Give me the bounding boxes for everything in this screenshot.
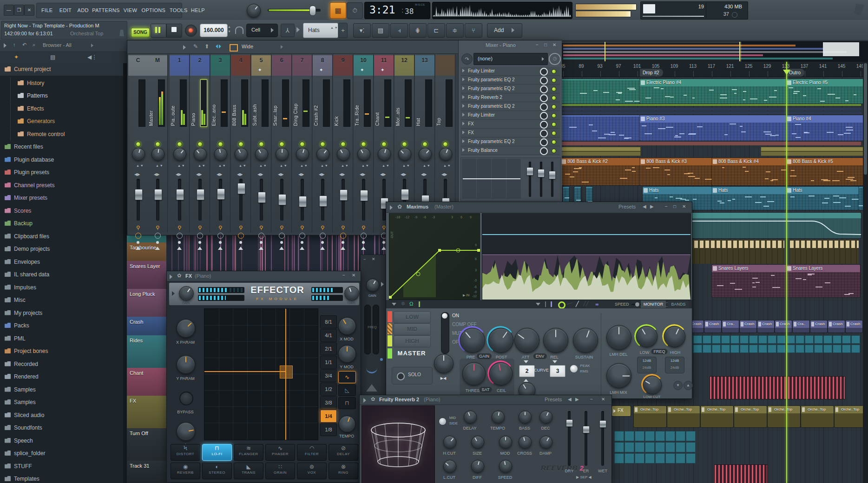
reverb-wet-handle[interactable]	[599, 420, 606, 428]
rec-dot-icon[interactable]	[198, 241, 201, 244]
speaker-icon[interactable]: ◀⋮	[87, 54, 97, 60]
tempo-stepper[interactable]: ▲ ▼	[228, 25, 231, 35]
sidebar-item-clipboard-files[interactable]: Clipboard files	[0, 230, 123, 243]
fx-slot-4[interactable]: Fruity parametric EQ 2	[460, 102, 560, 111]
fx-mode-vox[interactable]: ⊚VOX	[297, 463, 327, 479]
x-param-knob[interactable]	[177, 319, 195, 338]
rec-dot-icon[interactable]	[219, 241, 222, 244]
overview-selection[interactable]	[561, 42, 741, 62]
preset-next-icon[interactable]: ▶	[575, 397, 579, 402]
clip-808-bass-kick[interactable]: 808 Bass & Kick #3	[640, 158, 712, 185]
strip-enable-led[interactable]	[279, 142, 284, 147]
diff-knob[interactable]	[471, 460, 484, 473]
sidebar-item-scores[interactable]: Scores	[0, 205, 123, 217]
snowflake-icon[interactable]: ❆	[401, 301, 405, 306]
strip-fader-handle[interactable]	[360, 190, 368, 201]
sustain-knob[interactable]	[573, 328, 598, 353]
drywet-knob[interactable]	[177, 422, 195, 441]
ratio-option-3-4[interactable]: 3/4	[320, 369, 337, 382]
timeline-marker-drop[interactable]: Drop #2	[640, 69, 663, 77]
menu-item-edit[interactable]: EDIT	[59, 3, 72, 18]
headphones-icon[interactable]: Ω	[409, 301, 413, 307]
tool-picker[interactable]: Hats▲ ▼	[303, 23, 338, 38]
clip-808-bass-kick[interactable]: 808 Bass & Kick #2	[561, 158, 640, 185]
reverb-dry-handle[interactable]	[566, 419, 573, 427]
chevron-right-icon[interactable]	[390, 205, 393, 210]
menu-item-help[interactable]: HELP	[191, 3, 205, 18]
sidebar-item-generators[interactable]: Generators	[0, 115, 123, 128]
scroll-down-button[interactable]: ▼	[673, 381, 683, 390]
dec-knob[interactable]	[539, 411, 552, 424]
fx-slot-mix-knob[interactable]	[540, 130, 548, 137]
fx-send-icon[interactable]: ⚲	[279, 224, 284, 231]
mixer-strip-elec-ano[interactable]: 3Elec..ano▲ ▼◀▶⚲	[210, 54, 230, 233]
mixer-strip-piano[interactable]: 2Piano▲ ▼◀▶⚲	[190, 54, 210, 233]
track-header-track-31[interactable]: Track 31	[127, 461, 166, 483]
mixer-strip-808-bass[interactable]: 4808 Bass▲ ▼◀▶⚲	[231, 54, 251, 233]
menu-item-tools[interactable]: TOOLS	[170, 3, 188, 18]
xover-low-knob[interactable]	[636, 326, 658, 347]
fx-send-icon[interactable]: ⚲	[258, 224, 264, 231]
chevron-right-icon[interactable]	[91, 44, 93, 47]
menu-item-view[interactable]: VIEW	[124, 3, 137, 18]
band-tab-high[interactable]: HIGH	[394, 335, 431, 347]
fx-slot-0[interactable]: Fruity Limiter	[460, 67, 560, 76]
strip-enable-led[interactable]	[218, 142, 223, 147]
xover-high-knob[interactable]	[664, 326, 685, 347]
fx-slot-mix-knob[interactable]	[540, 77, 548, 85]
clip-fx-badge[interactable]: FX	[612, 406, 631, 416]
chevron-right-icon[interactable]	[172, 291, 175, 296]
clip-crash[interactable]: Crash	[775, 320, 792, 333]
sidebar-item-mixer-presets[interactable]: Mixer presets	[0, 192, 123, 204]
file-icon[interactable]: ▤	[50, 54, 55, 60]
fx-slot-enable-led[interactable]	[552, 140, 556, 144]
menu-item-file[interactable]: FILE	[41, 3, 53, 18]
fx-send-icon[interactable]: ⚲	[217, 224, 223, 231]
chevron-right-icon[interactable]	[170, 274, 172, 279]
track-header-snares-layer[interactable]: Snares Layer	[127, 261, 166, 289]
updown-arrows-icon[interactable]: ▲ ▼	[362, 164, 369, 167]
track-header-turn-off[interactable]: Turn Off	[127, 428, 166, 461]
leftright-arrows-icon[interactable]: ◀▶	[134, 172, 140, 176]
strip-pan-knob[interactable]	[151, 148, 164, 161]
ratio-option-1-1[interactable]: 1/1	[320, 356, 337, 369]
playlist-scroll-thumb[interactable]	[864, 63, 867, 175]
strip-enable-led[interactable]	[300, 142, 305, 147]
track-header-chant[interactable]: Chant	[127, 368, 166, 396]
strip-enable-led[interactable]	[136, 142, 141, 147]
reverb-er-slider[interactable]	[585, 411, 587, 466]
updown-arrows-icon[interactable]: ▲ ▼	[402, 164, 410, 167]
reeverb-titlebar[interactable]: ✿Fruity Reeverb 2(Piano)Presets◀▶−✕	[360, 395, 612, 405]
bar-icon[interactable]	[419, 301, 420, 307]
picker-chevron-icon[interactable]	[296, 27, 300, 33]
picker-add-button[interactable]: +	[338, 23, 348, 38]
fx-slot-mix-knob[interactable]	[540, 121, 548, 129]
ceil-knob[interactable]	[489, 362, 513, 385]
track-header-rides[interactable]: Rides	[127, 335, 166, 368]
post-knob[interactable]	[488, 328, 513, 353]
updown-arrows-icon[interactable]: ▲ ▼	[280, 164, 287, 167]
saw-wave-button[interactable]: ◺	[338, 384, 356, 396]
window-maximize-button[interactable]: □	[673, 204, 676, 209]
strip-pan-knob[interactable]	[194, 148, 207, 161]
fx-slot-7[interactable]: FX	[460, 129, 560, 137]
strip-pan-knob[interactable]	[337, 148, 350, 161]
clip-piano[interactable]: Piano #3	[640, 115, 786, 141]
fx-slot-mix-knob[interactable]	[540, 112, 548, 120]
clip-piano[interactable]: Piano #4	[786, 115, 863, 141]
window-close-button[interactable]: ✕	[372, 257, 375, 261]
fx-send-icon[interactable]: ⚲	[238, 224, 243, 231]
bands-tab[interactable]: BANDS	[668, 300, 689, 308]
sidebar-item-rendered[interactable]: Rendered	[0, 371, 123, 383]
window-restore-button[interactable]: ❐	[14, 5, 24, 16]
strip-fader-handle[interactable]	[319, 196, 327, 207]
song-mode-button[interactable]: SONG	[131, 28, 150, 37]
presets-label[interactable]: Presets	[618, 204, 636, 209]
monitor-tab[interactable]: MONITOR	[641, 300, 666, 308]
sidebar-item-my-projects[interactable]: My projects	[0, 307, 123, 320]
mixer-strip-c[interactable]: C▲ ▼◀▶⚲	[128, 54, 148, 233]
window-minimize-button[interactable]: −	[665, 204, 668, 209]
window-minimize-button[interactable]: −	[590, 397, 593, 402]
fx-mode-lo-fi[interactable]: ⊓LO-FI	[202, 444, 232, 461]
tempo-knob[interactable]	[339, 416, 355, 432]
